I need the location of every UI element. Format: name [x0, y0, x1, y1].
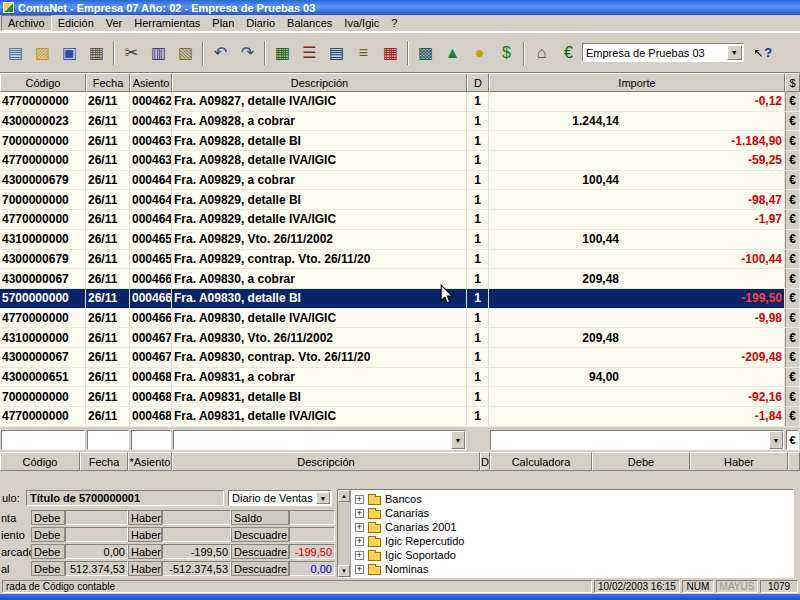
- calendar-button[interactable]: ▦: [378, 40, 403, 66]
- table-row[interactable]: 430000067926/11000464Fra. A09829, a cobr…: [0, 171, 800, 191]
- table-row[interactable]: 477000000026/11000468Fra. A09831, detall…: [0, 407, 800, 427]
- table-row[interactable]: 477000000026/11000464Fra. A09829, detall…: [0, 210, 800, 230]
- table-row[interactable]: 477000000026/11000463Fra. A09828, detall…: [0, 151, 800, 171]
- entry-fecha-input[interactable]: [87, 430, 129, 450]
- footer-header-descripci-n[interactable]: Descripción: [172, 452, 480, 471]
- chart-button[interactable]: ▲: [440, 40, 465, 66]
- bank-button[interactable]: ⌂: [529, 40, 554, 66]
- table-row[interactable]: 430000006726/11000466Fra. A09830, a cobr…: [0, 269, 800, 289]
- accounts-plan-button[interactable]: ☰: [297, 40, 322, 66]
- expand-icon[interactable]: [355, 509, 364, 518]
- table-row[interactable]: 700000000026/11000468Fra. A09831, detall…: [0, 387, 800, 407]
- footer-header-calculadora[interactable]: Calculadora: [490, 452, 592, 471]
- new-document-button[interactable]: ▤: [3, 40, 28, 66]
- header-descripcion[interactable]: Descripción: [172, 73, 467, 92]
- paste-icon: ▧: [178, 43, 193, 62]
- expand-icon[interactable]: [355, 565, 364, 574]
- entry-currency-cell[interactable]: €: [786, 430, 799, 450]
- scroll-down-icon[interactable]: [338, 565, 350, 577]
- footer-header-debe[interactable]: Debe: [592, 452, 690, 471]
- footer-header-haber[interactable]: Haber: [690, 452, 788, 471]
- menu-item-plan[interactable]: Plan: [206, 16, 240, 30]
- save-button[interactable]: ▣: [57, 40, 82, 66]
- table-row[interactable]: 700000000026/11000464Fra. A09829, detall…: [0, 190, 800, 210]
- entry-importe-dropdown-icon[interactable]: [769, 431, 783, 449]
- redo-button[interactable]: ↷: [235, 40, 260, 66]
- print-button[interactable]: ▦: [84, 40, 109, 66]
- table-row[interactable]: 430000067926/11000465Fra. A09829, contra…: [0, 250, 800, 270]
- company-combo[interactable]: Empresa de Pruebas 03: [582, 43, 744, 62]
- tree-item-canarias[interactable]: Canarias: [355, 506, 793, 520]
- balances-button[interactable]: ≡: [351, 40, 376, 66]
- header-d[interactable]: D: [467, 73, 489, 92]
- table-row[interactable]: 430000065126/11000468Fra. A09831, a cobr…: [0, 368, 800, 388]
- euro-button[interactable]: €: [556, 40, 581, 66]
- table-view-button[interactable]: ▦: [270, 40, 295, 66]
- menu-item-iva-igic[interactable]: Iva/Igic: [338, 16, 385, 30]
- money-bag-button[interactable]: $: [494, 40, 519, 66]
- menu-item-herramientas[interactable]: Herramientas: [128, 16, 206, 30]
- table-row[interactable]: 477000000026/11000462Fra. A09827, detall…: [0, 92, 800, 112]
- open-file-button[interactable]: ▨: [30, 40, 55, 66]
- expand-icon[interactable]: [355, 537, 364, 546]
- tree-item-bancos[interactable]: Bancos: [355, 492, 793, 506]
- footer-header--asiento[interactable]: *Asiento: [128, 452, 172, 471]
- title-bar[interactable]: ContaNet - Empresa 07 Año: 02 - Empresa …: [0, 0, 800, 15]
- calculator-button[interactable]: ▩: [413, 40, 438, 66]
- tree-scrollbar[interactable]: [338, 490, 351, 577]
- tree-item-igic-soportado[interactable]: Igic Soportado: [355, 548, 793, 562]
- expand-icon[interactable]: [355, 495, 364, 504]
- menu-item-diario[interactable]: Diario: [240, 16, 281, 30]
- table-row[interactable]: 477000000026/11000466Fra. A09830, detall…: [0, 309, 800, 329]
- table-view-icon: ▦: [275, 43, 290, 62]
- tree-item-nominas[interactable]: Nominas: [355, 562, 793, 576]
- tree-item-canarias-2001[interactable]: Canarias 2001: [355, 520, 793, 534]
- menu-item-edici-n[interactable]: Edición: [52, 16, 100, 30]
- expand-icon[interactable]: [355, 523, 364, 532]
- header-importe[interactable]: Importe: [489, 73, 785, 92]
- context-help-button[interactable]: ↖ ?: [750, 40, 776, 66]
- cell-fecha: 26/11: [86, 269, 130, 288]
- scroll-up-icon[interactable]: [338, 490, 350, 502]
- table-row[interactable]: 430000006726/11000467Fra. A09830, contra…: [0, 348, 800, 368]
- menu-item-balances[interactable]: Balances: [281, 16, 338, 30]
- entry-descripcion-dropdown-icon[interactable]: [451, 431, 465, 449]
- header-codigo[interactable]: Código: [0, 73, 86, 92]
- footer-header-c-digo[interactable]: Código: [0, 452, 80, 471]
- coins-button[interactable]: ●: [467, 40, 492, 66]
- paste-button[interactable]: ▧: [173, 40, 198, 66]
- table-row[interactable]: 431000000026/11000467Fra. A09830, Vto. 2…: [0, 328, 800, 348]
- importe-haber: -209,48: [619, 350, 784, 364]
- entry-codigo-input[interactable]: [1, 430, 85, 450]
- undo-button[interactable]: ↶: [208, 40, 233, 66]
- menu-item-archivo[interactable]: Archivo: [1, 15, 52, 31]
- table-row[interactable]: 570000000026/11000466Fra. A09830, detall…: [0, 289, 800, 309]
- window-title: ContaNet - Empresa 07 Año: 02 - Empresa …: [18, 2, 315, 14]
- header-asiento[interactable]: Asiento: [130, 73, 172, 92]
- cell-d: 1: [467, 131, 489, 150]
- footer-header-fecha[interactable]: Fecha: [80, 452, 128, 471]
- debe-label: Debe: [31, 527, 65, 542]
- footer-header-d[interactable]: D: [480, 452, 490, 471]
- copy-button[interactable]: ▥: [146, 40, 171, 66]
- table-row[interactable]: 430000002326/11000463Fra. A09828, a cobr…: [0, 112, 800, 132]
- expand-icon[interactable]: [355, 551, 364, 560]
- cell-currency: €: [785, 210, 800, 229]
- entry-asiento-input[interactable]: [131, 430, 171, 450]
- cut-button[interactable]: ✂: [119, 40, 144, 66]
- table-row[interactable]: 431000000026/11000465Fra. A09829, Vto. 2…: [0, 230, 800, 250]
- diario-dropdown-icon[interactable]: [316, 492, 330, 504]
- diario-combo[interactable]: Diario de Ventas: [228, 490, 332, 506]
- debe-value: [65, 527, 128, 542]
- tree-item-igic-repercutido[interactable]: Igic Repercutido: [355, 534, 793, 548]
- menu-item--[interactable]: ?: [385, 16, 403, 30]
- menu-item-ver[interactable]: Ver: [100, 16, 129, 30]
- journal-button[interactable]: ▤: [324, 40, 349, 66]
- table-row[interactable]: 700000000026/11000463Fra. A09828, detall…: [0, 131, 800, 151]
- header-fecha[interactable]: Fecha: [86, 73, 130, 92]
- entry-descripcion-combo[interactable]: [173, 430, 466, 450]
- combo-dropdown-icon[interactable]: [727, 45, 742, 60]
- cell-d: 1: [467, 92, 489, 111]
- header-currency[interactable]: $: [785, 73, 800, 92]
- entry-importe-combo[interactable]: [490, 430, 784, 450]
